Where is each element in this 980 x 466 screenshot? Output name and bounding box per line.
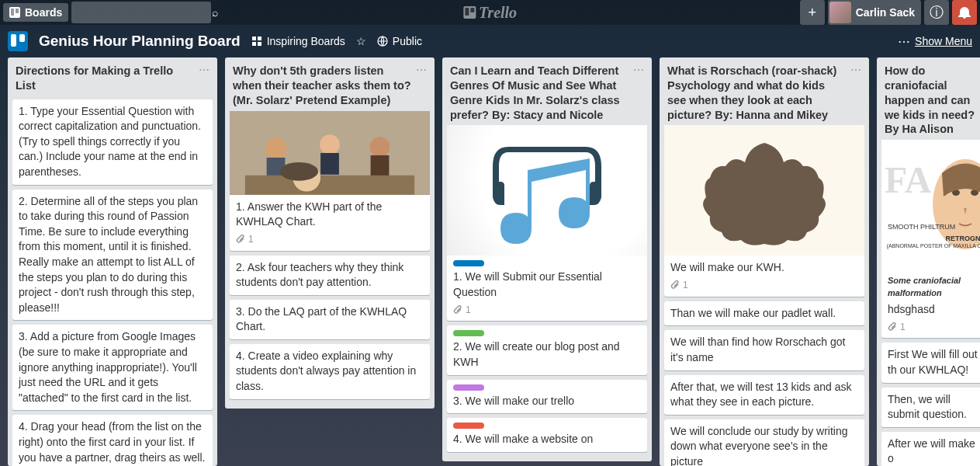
svg-rect-6 xyxy=(258,42,261,46)
card-cover-image xyxy=(230,111,430,195)
svg-point-19 xyxy=(777,166,805,205)
card-text: 3. We will make our trello xyxy=(453,394,641,409)
card[interactable]: We will than find how Rorschach got it's… xyxy=(664,330,864,370)
header-left: Boards ⌕ xyxy=(3,2,211,23)
list-title[interactable]: Directions for Making a Trello List xyxy=(16,64,194,93)
card[interactable]: Than we will make our padlet wall. xyxy=(664,301,864,326)
inspiring-boards-link[interactable]: Inspiring Boards xyxy=(251,35,345,47)
list-cards: 1. We will Submit our Essential Question… xyxy=(442,125,652,461)
list-title[interactable]: Why don't 5th graders listen when their … xyxy=(233,64,411,108)
notifications-button[interactable] xyxy=(952,0,977,25)
paperclip-icon xyxy=(670,280,680,290)
card[interactable]: 1. Answer the KWH part of the KWHLAQ Cha… xyxy=(230,111,430,251)
list-cards: 1. Type your Essential Question with cor… xyxy=(8,96,217,466)
svg-rect-14 xyxy=(371,155,390,177)
card[interactable]: FA SMOOTH PHILTRUM RETROGNA (ABNORMAL PO… xyxy=(881,140,980,338)
card[interactable]: Then, we will submit question. xyxy=(881,388,980,427)
card[interactable]: 2. We will create our blog post and KWH xyxy=(447,325,647,374)
info-button[interactable]: ⓘ xyxy=(924,0,949,25)
card[interactable]: 3. We will make our trello xyxy=(447,380,647,414)
visibility-button[interactable]: Public xyxy=(377,35,422,47)
boards-button[interactable]: Boards xyxy=(3,3,68,22)
card[interactable]: First We will fill out th our KWHLAQ! xyxy=(881,343,980,382)
create-button[interactable]: + xyxy=(800,0,825,25)
list-title[interactable]: How do craniofacial happen and can we ki… xyxy=(885,64,980,137)
attachment-count: 1 xyxy=(900,321,906,334)
board-header-right: ⋯ Show Menu xyxy=(898,34,972,49)
user-menu[interactable]: Carlin Sack xyxy=(828,0,921,25)
card-text: 1. We will Submit our Essential Question xyxy=(453,270,641,300)
card[interactable]: 3. Do the LAQ part of the KWHLAQ Chart. xyxy=(230,300,430,339)
lists-container[interactable]: Directions for Making a Trello List ⋯ 1.… xyxy=(0,57,980,466)
list-cards: FA SMOOTH PHILTRUM RETROGNA (ABNORMAL PO… xyxy=(877,140,980,466)
card-label-purple xyxy=(453,384,484,391)
card[interactable]: We will make our KWH. 1 xyxy=(664,125,864,296)
header-right: + Carlin Sack ⓘ xyxy=(800,0,977,25)
attachment-badge: 1 xyxy=(453,304,641,317)
list-title[interactable]: Can I Learn and Teach Different Genres O… xyxy=(450,64,629,122)
svg-rect-5 xyxy=(252,42,256,46)
card-label-red xyxy=(453,423,484,429)
logo-text: Trello xyxy=(479,4,517,22)
logo-icon xyxy=(463,6,476,19)
list-menu-button[interactable]: ⋯ xyxy=(850,64,861,76)
card[interactable]: After that, we will test 13 kids and ask… xyxy=(664,375,864,415)
list-directions: Directions for Making a Trello List ⋯ 1.… xyxy=(8,57,217,466)
svg-rect-1 xyxy=(11,9,14,16)
svg-point-11 xyxy=(320,134,340,155)
board-title[interactable]: Genius Hour Planning Board xyxy=(39,33,241,50)
attachment-count: 1 xyxy=(466,304,471,317)
attachment-badge: 1 xyxy=(670,279,858,292)
card-cover-image xyxy=(664,125,864,256)
svg-point-9 xyxy=(265,137,287,159)
svg-rect-2 xyxy=(16,9,19,13)
card[interactable]: 2. Determine all of the steps you plan t… xyxy=(12,190,213,321)
list-menu-button[interactable]: ⋯ xyxy=(416,64,427,76)
svg-rect-4 xyxy=(258,37,261,40)
bell-icon xyxy=(958,6,971,19)
boards-label: Boards xyxy=(25,6,62,19)
cover-caption: Some craniofacial malformation xyxy=(888,275,980,299)
list-menu-button[interactable]: ⋯ xyxy=(633,64,644,76)
search-box[interactable]: ⌕ xyxy=(71,2,211,23)
list-cards: 1. Answer the KWH part of the KWHLAQ Cha… xyxy=(225,111,435,409)
paperclip-icon xyxy=(453,305,462,315)
board-header: Genius Hour Planning Board Inspiring Boa… xyxy=(0,25,980,57)
list-rorschach: What is Rorschach (roar-shack) Psycholog… xyxy=(660,57,869,466)
card-label-green xyxy=(453,330,484,336)
search-input[interactable] xyxy=(76,6,212,19)
list-title[interactable]: What is Rorschach (roar-shack) Psycholog… xyxy=(667,64,846,122)
card[interactable]: 1. We will Submit our Essential Question… xyxy=(447,125,647,321)
search-icon[interactable]: ⌕ xyxy=(212,6,218,19)
card[interactable]: 4. Create a video explaining why student… xyxy=(230,344,430,399)
trello-icon xyxy=(9,7,20,18)
card[interactable]: 1. Type your Essential Question with cor… xyxy=(12,99,213,185)
attachment-count: 1 xyxy=(683,279,688,292)
list-craniofacial: How do craniofacial happen and can we ki… xyxy=(877,57,980,466)
list-why-5th-graders: Why don't 5th graders listen when their … xyxy=(225,57,435,409)
card[interactable]: After we will make o xyxy=(881,432,980,466)
list-cards: We will make our KWH. 1 Than we will mak… xyxy=(660,125,869,466)
card-text: 2. We will create our blog post and KWH xyxy=(453,339,641,370)
board-logo-icon xyxy=(8,31,28,51)
svg-point-13 xyxy=(370,137,390,157)
card[interactable]: We will conclude our study by writing do… xyxy=(664,419,864,466)
svg-rect-15 xyxy=(245,175,414,194)
trello-logo[interactable]: Trello xyxy=(463,4,517,22)
card-label-blue xyxy=(453,260,484,266)
attachment-badge: 1 xyxy=(236,233,424,246)
svg-rect-3 xyxy=(252,37,256,40)
card[interactable]: 4. Drag your head (from the list on the … xyxy=(12,415,213,466)
list-menu-button[interactable]: ⋯ xyxy=(199,64,210,76)
card-text: 1. Answer the KWH part of the KWHLAQ Cha… xyxy=(236,200,424,230)
card[interactable]: 3. Add a picture from Google Images (be … xyxy=(12,325,213,410)
avatar xyxy=(829,2,851,23)
user-name: Carlin Sack xyxy=(856,6,915,19)
card[interactable]: 2. Ask four teachers why they think stud… xyxy=(230,256,430,295)
star-button[interactable]: ☆ xyxy=(356,35,366,47)
org-icon xyxy=(251,36,262,47)
list-music-genres: Can I Learn and Teach Different Genres O… xyxy=(442,57,652,461)
card[interactable]: 4. We will make a website on xyxy=(447,418,647,452)
card-text: hdsghasd xyxy=(888,302,980,318)
show-menu-button[interactable]: Show Menu xyxy=(915,35,972,47)
